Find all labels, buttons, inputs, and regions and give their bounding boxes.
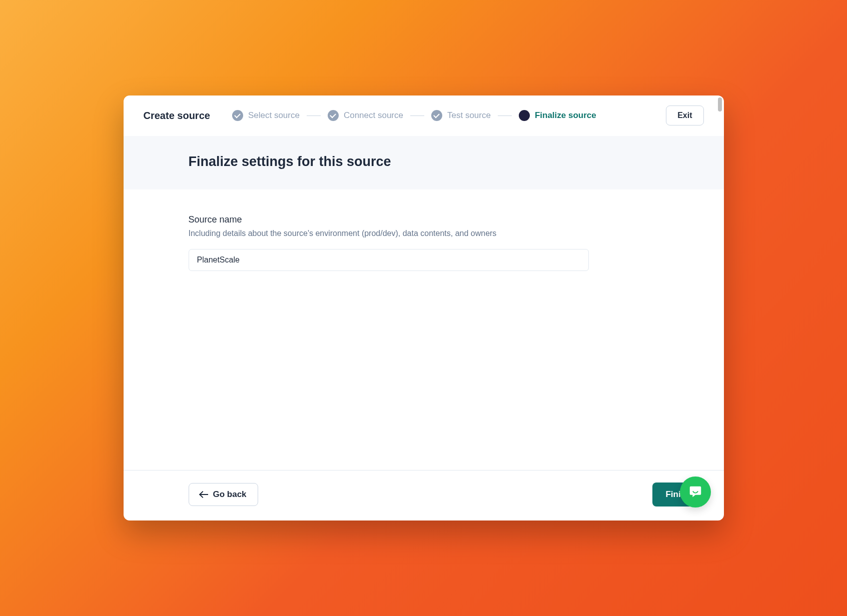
step-connector [307,116,321,116]
step-label: Select source [248,110,300,120]
step-connect-source: Connect source [328,110,403,121]
section-title: Finalize settings for this source [189,154,589,170]
source-name-help: Including details about the source's env… [189,229,589,238]
go-back-button[interactable]: Go back [189,483,258,506]
step-test-source: Test source [431,110,491,121]
step-select-source: Select source [232,110,300,121]
header: Create source Select source Connect sour… [124,96,724,136]
subheader: Finalize settings for this source [124,136,724,190]
step-finalize-source: Finalize source [519,110,596,121]
check-icon [232,110,243,121]
source-name-input[interactable] [189,249,589,271]
chat-widget-button[interactable] [680,476,711,508]
arrow-left-icon [200,494,208,495]
step-label: Finalize source [535,110,596,120]
go-back-label: Go back [213,490,247,500]
exit-button[interactable]: Exit [666,106,703,126]
step-connector [498,116,512,116]
modal-window: Create source Select source Connect sour… [124,96,724,520]
step-connector [410,116,424,116]
footer: Go back Finish [124,470,724,520]
content-area: Source name Including details about the … [124,190,724,470]
stepper: Select source Connect source Test source… [232,110,654,121]
step-label: Test source [447,110,491,120]
page-title: Create source [144,110,210,122]
source-name-label: Source name [189,214,589,225]
step-label: Connect source [344,110,403,120]
scrollbar[interactable] [718,98,722,112]
chat-smile-icon [688,484,703,500]
dot-icon [519,110,530,121]
check-icon [328,110,339,121]
check-icon [431,110,442,121]
